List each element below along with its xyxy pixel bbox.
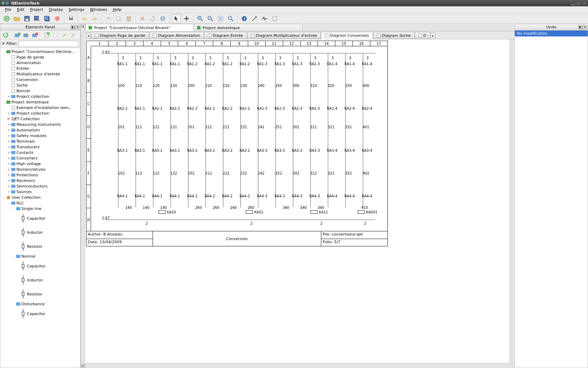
pointer-tool-icon[interactable] xyxy=(172,14,181,23)
tree-item[interactable]: -✕QET Collection xyxy=(0,116,80,122)
menu-windows[interactable]: Windows xyxy=(87,7,110,12)
save-icon[interactable] xyxy=(22,14,31,23)
open-icon[interactable] xyxy=(12,14,21,23)
menu-file[interactable]: File xyxy=(2,7,14,12)
tab-scroll-left[interactable]: ◂ xyxy=(86,33,91,39)
diagram-tab[interactable]: Diagram Multiplicateur d'entrée xyxy=(247,32,321,39)
panel-scrollbar[interactable]: ▴▾ xyxy=(80,24,85,368)
reload-icon[interactable] xyxy=(2,31,9,39)
menu-edit[interactable]: Edit xyxy=(14,7,27,12)
tree-item[interactable]: -Project domestique xyxy=(0,99,80,105)
tree-item[interactable]: Sortie xyxy=(0,82,80,88)
edit-category-icon[interactable] xyxy=(22,31,30,39)
tree-item[interactable]: +Semiconductors xyxy=(0,183,80,189)
zoom-in-icon[interactable] xyxy=(196,14,205,23)
tree-item[interactable]: +Converters xyxy=(0,155,80,161)
tree-item[interactable]: -Single line xyxy=(0,206,80,211)
diagram-info-icon[interactable]: i xyxy=(240,14,249,23)
delete-element-icon[interactable] xyxy=(69,31,77,39)
tab-scroll-right[interactable]: ▸ xyxy=(430,33,435,39)
tree-item[interactable]: Capacitor xyxy=(0,307,80,321)
tree-item[interactable]: Inductor xyxy=(0,225,80,239)
tree-item[interactable]: -Disturbance xyxy=(0,301,80,307)
tree-item[interactable]: Bornier xyxy=(0,88,80,94)
tree-item[interactable]: +Contacts xyxy=(0,150,80,155)
tree-item[interactable]: -RLC xyxy=(0,200,80,206)
cut-icon[interactable]: ✂ xyxy=(104,14,113,23)
tree-item[interactable]: Multiplicateur d'entrée xyxy=(0,71,80,77)
diagram-tab[interactable]: Diagram Entrée xyxy=(204,32,247,39)
canvas[interactable]: ABCDEFGH 1234567891011121314151617 2-E72… xyxy=(85,39,514,368)
tree-item[interactable]: +Terminals xyxy=(0,138,80,144)
project-tab[interactable]: Project domestique xyxy=(194,24,302,31)
rotate-icon[interactable] xyxy=(148,14,157,23)
delete-category-icon[interactable] xyxy=(31,31,39,39)
scrollbar-horizontal[interactable] xyxy=(85,363,510,368)
select-all-icon[interactable] xyxy=(270,14,279,23)
print-icon[interactable] xyxy=(66,14,76,23)
tree-item[interactable]: Exemple d'installation dom... xyxy=(0,105,80,110)
save-all-icon[interactable] xyxy=(43,14,52,23)
filter-input[interactable] xyxy=(19,41,79,47)
new-element-icon[interactable] xyxy=(43,31,51,39)
edit-element-icon[interactable] xyxy=(61,31,68,39)
filter-clear-icon[interactable]: ✕ xyxy=(2,41,5,46)
paste-icon[interactable] xyxy=(124,14,133,23)
tree-item[interactable]: +Receivers xyxy=(0,178,80,183)
tree-item[interactable]: +Automatism xyxy=(0,127,80,133)
info-icon[interactable]: i xyxy=(158,14,167,23)
zoom-reset-icon[interactable] xyxy=(226,14,235,23)
diagram-tab[interactable]: Diagram Sortie xyxy=(373,32,415,39)
tree-item[interactable]: Entrée xyxy=(0,66,80,71)
tree-item[interactable]: Conversion xyxy=(0,77,80,82)
tree-item[interactable]: +Project collection xyxy=(0,110,80,116)
elements-tree[interactable]: -Project "Convertisseur Décimal...Page d… xyxy=(0,48,80,368)
menu-display[interactable]: Display xyxy=(46,7,66,12)
tree-item[interactable]: +Project collection xyxy=(0,94,80,99)
panel-close-icon[interactable]: ✕ xyxy=(583,25,587,29)
tree-item[interactable]: +Protections xyxy=(0,172,80,178)
tree-item[interactable]: +Safety modules xyxy=(0,133,80,138)
tree-item[interactable]: Capacitor xyxy=(0,259,80,273)
menu-project[interactable]: Project xyxy=(27,7,46,12)
import-element-icon[interactable] xyxy=(52,31,59,39)
tree-item[interactable]: Page de garde xyxy=(0,54,80,60)
menu-help[interactable]: Help xyxy=(110,7,124,12)
add-column-icon[interactable] xyxy=(250,14,259,23)
tree-item[interactable]: +Nomenclatures xyxy=(0,166,80,172)
new-category-icon[interactable] xyxy=(14,31,21,39)
tree-item[interactable]: +Sources xyxy=(0,189,80,195)
tree-item[interactable]: Resistor xyxy=(0,239,80,253)
copy-icon[interactable] xyxy=(114,14,123,23)
undo-icon[interactable] xyxy=(80,14,89,23)
tree-item[interactable]: +Transducers xyxy=(0,144,80,150)
zoom-fit-icon[interactable] xyxy=(216,14,225,23)
new-project-icon[interactable] xyxy=(2,14,11,23)
window-minimize-icon[interactable]: ▁ xyxy=(570,1,575,5)
tree-item[interactable]: +High voltage xyxy=(0,161,80,166)
delete-icon[interactable] xyxy=(138,14,147,23)
menu-settings[interactable]: Settings xyxy=(66,7,87,12)
tree-item[interactable]: -User Collection xyxy=(0,195,80,200)
move-tool-icon[interactable] xyxy=(182,14,191,23)
project-tab[interactable]: Project "Convertisseur Décimal Binaire" xyxy=(85,24,194,31)
diagram-tab[interactable]: D xyxy=(415,32,430,39)
diagram-tab[interactable]: Diagram Conversion xyxy=(321,32,373,39)
diagram-tab[interactable]: Diagram Alimentation xyxy=(149,32,204,39)
redo-icon[interactable] xyxy=(90,14,99,23)
zoom-out-icon[interactable] xyxy=(206,14,215,23)
tree-item[interactable]: Alimentation xyxy=(0,60,80,66)
panel-float-icon[interactable]: ◧ xyxy=(71,25,75,29)
scrollbar-vertical[interactable] xyxy=(510,39,514,363)
tree-item[interactable]: Resistor xyxy=(0,287,80,301)
tree-item[interactable]: -Normal xyxy=(0,253,80,259)
undo-item[interactable]: No modification xyxy=(515,30,588,36)
diagram-tab[interactable]: Diagram Page de garde xyxy=(91,32,149,39)
tree-item[interactable]: Inductor xyxy=(0,273,80,287)
tree-item[interactable]: +Measuring instruments xyxy=(0,122,80,127)
panel-float-icon[interactable]: ◧ xyxy=(578,25,582,29)
window-maximize-icon[interactable]: ▢ xyxy=(576,1,581,5)
window-close-icon[interactable]: ✕ xyxy=(582,1,587,5)
close-icon[interactable] xyxy=(53,14,62,23)
tree-item[interactable]: Capacitor xyxy=(0,211,80,225)
